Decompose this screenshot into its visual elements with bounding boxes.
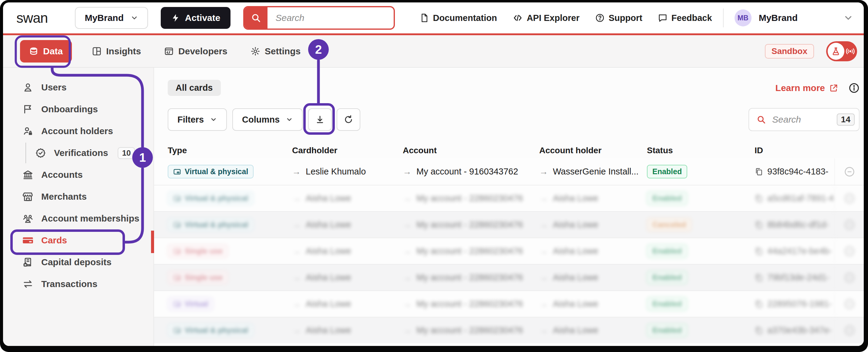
sidebar-item-verifications[interactable]: Verifications 10	[3, 142, 153, 164]
minus-circle-icon	[844, 245, 855, 257]
account-holder-link[interactable]: →WasserGenie Install...	[539, 167, 639, 177]
row-action-remove[interactable]	[834, 238, 864, 264]
gear-icon	[250, 47, 260, 56]
account-chevron-down-icon[interactable]	[843, 13, 854, 23]
copy-icon[interactable]	[754, 168, 763, 176]
tab-insights[interactable]: Insights	[92, 46, 141, 56]
account-link[interactable]: →My account - 22860230476	[403, 220, 523, 230]
table-row[interactable]: Virtual & physical →Aisha Lowe →My accou…	[154, 185, 864, 211]
top-bar: swan MyBrand Activate Documentation API …	[3, 2, 864, 33]
environment-toggle[interactable]	[826, 41, 857, 61]
sidebar-item-merchants[interactable]: Merchants	[3, 186, 153, 208]
sidebar-item-account-holders[interactable]: Account holders	[3, 120, 153, 142]
account-holder-link[interactable]: →Aisha Lowe	[539, 272, 598, 283]
account-link[interactable]: →My account - 22860230476	[403, 246, 523, 256]
cardholder-link[interactable]: →Leslie Khumalo	[292, 167, 366, 177]
project-selector[interactable]: MyBrand	[75, 7, 148, 29]
global-search[interactable]	[243, 6, 395, 30]
account-link[interactable]: →My account - 22860230476	[403, 193, 523, 203]
sidebar-item-account-memberships[interactable]: Account memberships	[3, 208, 153, 229]
cardholder-link[interactable]: →Aisha Lowe	[292, 299, 351, 309]
columns-label: Columns	[242, 115, 280, 125]
copy-icon[interactable]	[754, 273, 763, 282]
account-menu[interactable]: MB MyBrand	[735, 9, 798, 26]
cardholder-link[interactable]: →Aisha Lowe	[292, 220, 351, 230]
table-row[interactable]: Virtual & physical →Leslie Khumalo →My a…	[154, 158, 864, 185]
table-row[interactable]: Virtual & physical →Aisha Lowe →My accou…	[154, 317, 864, 343]
minus-circle-icon	[844, 193, 855, 204]
support-link[interactable]: Support	[595, 13, 642, 23]
copy-icon[interactable]	[754, 326, 763, 335]
columns-button[interactable]: Columns	[232, 108, 303, 131]
cardholder-link[interactable]: →Aisha Lowe	[292, 193, 351, 203]
table-search-input[interactable]	[766, 114, 837, 125]
account-link[interactable]: →My account - 22860230476	[403, 325, 523, 335]
documentation-link[interactable]: Documentation	[420, 13, 497, 23]
sidebar-item-capital-deposits[interactable]: Capital deposits	[3, 251, 153, 273]
copy-icon[interactable]	[754, 194, 763, 203]
card-type-icon	[173, 274, 181, 282]
filters-button[interactable]: Filters	[168, 108, 227, 131]
info-icon[interactable]	[848, 83, 860, 93]
copy-icon[interactable]	[754, 247, 763, 256]
table-search[interactable]: 14	[748, 108, 860, 131]
cardholder-link[interactable]: →Aisha Lowe	[292, 325, 351, 335]
table-row[interactable]: Virtual & physical →Aisha Lowe →My accou…	[154, 211, 864, 238]
sidebar-item-onboardings[interactable]: Onboardings	[3, 98, 153, 120]
account-holder-link[interactable]: →Aisha Lowe	[539, 299, 598, 309]
row-action-remove[interactable]	[834, 185, 864, 211]
copy-icon[interactable]	[754, 300, 763, 308]
learn-more-label: Learn more	[775, 83, 825, 93]
table-row[interactable]: Virtual →Aisha Lowe →My account - 228602…	[154, 290, 864, 317]
feedback-link[interactable]: Feedback	[658, 13, 712, 23]
row-action-remove[interactable]	[834, 265, 864, 290]
col-header-cardholder: Cardholder	[292, 146, 403, 155]
sidebar-item-users[interactable]: Users	[3, 77, 153, 98]
cardholder-link[interactable]: →Aisha Lowe	[292, 272, 351, 283]
global-search-input[interactable]	[268, 7, 395, 29]
activate-label: Activate	[185, 13, 220, 23]
row-action-remove[interactable]	[834, 212, 864, 238]
cardholder-link[interactable]: →Aisha Lowe	[292, 246, 351, 256]
tab-all-cards[interactable]: All cards	[168, 80, 221, 96]
account-link[interactable]: →My account - 22860230476	[403, 272, 523, 283]
account-link[interactable]: →My account - 22860230476	[403, 299, 523, 309]
sidebar-item-label: Verifications	[54, 148, 108, 158]
sidebar-item-label: Account holders	[41, 126, 113, 136]
account-holder-link[interactable]: →Aisha Lowe	[539, 193, 598, 203]
minus-circle-icon	[844, 272, 855, 284]
search-icon	[756, 115, 766, 124]
account-name: MyBrand	[759, 13, 798, 23]
row-action-remove[interactable]	[834, 158, 864, 185]
account-holder-link[interactable]: →Aisha Lowe	[539, 325, 598, 335]
result-count-badge: 14	[837, 114, 855, 126]
tab-settings[interactable]: Settings	[250, 46, 301, 56]
download-icon	[315, 115, 325, 124]
row-action-remove[interactable]	[834, 291, 864, 317]
copy-icon[interactable]	[754, 221, 763, 229]
export-download-button[interactable]	[308, 108, 332, 131]
tab-data[interactable]: Data	[20, 40, 72, 62]
card-id: 79bf13de-24d1-	[754, 272, 830, 283]
sidebar-item-accounts[interactable]: Accounts	[3, 164, 153, 186]
col-header-status: Status	[647, 146, 754, 155]
table-row[interactable]: Single use →Aisha Lowe →My account - 228…	[154, 264, 864, 290]
account-holder-link[interactable]: →Aisha Lowe	[539, 220, 598, 230]
table-row[interactable]: Single use →Aisha Lowe →My account - 228…	[154, 238, 864, 264]
api-explorer-link[interactable]: API Explorer	[513, 13, 580, 23]
sidebar-item-transactions[interactable]: Transactions	[3, 273, 153, 295]
tab-developers[interactable]: Developers	[164, 46, 227, 56]
activate-button[interactable]: Activate	[161, 7, 231, 29]
account-holder-link[interactable]: →Aisha Lowe	[539, 246, 598, 256]
minus-circle-icon	[844, 219, 855, 231]
learn-more-link[interactable]: Learn more	[775, 83, 838, 93]
status-badge: Enabled	[647, 323, 687, 337]
sidebar-item-label: Users	[41, 82, 66, 92]
sidebar-item-cards[interactable]: Cards	[3, 229, 153, 251]
search-icon-segment	[244, 7, 268, 29]
top-links: Documentation API Explorer Support Feedb…	[420, 13, 712, 23]
row-action-remove[interactable]	[834, 317, 864, 343]
refresh-button[interactable]	[337, 108, 360, 131]
card-id: a370e43b-347e-	[754, 325, 832, 335]
account-link[interactable]: →My account - 9160343762	[403, 167, 518, 177]
